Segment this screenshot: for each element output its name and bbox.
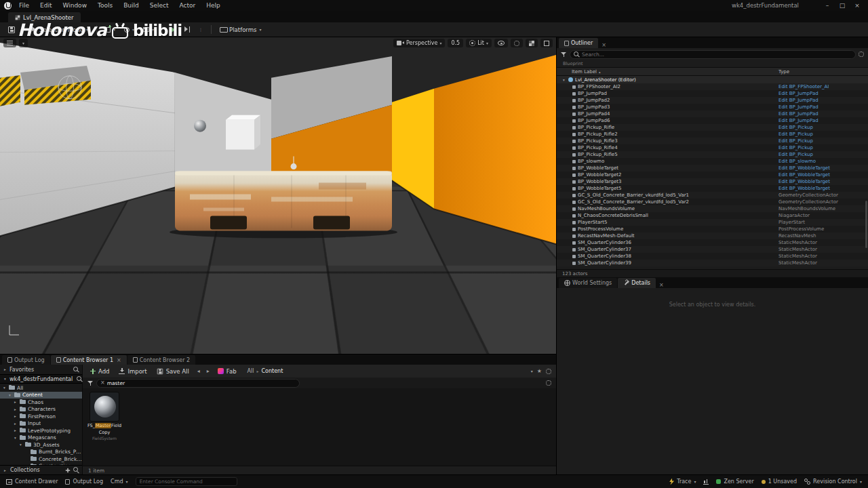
outliner-row[interactable]: SM_QuarterCylinder38 StaticMeshActor: [557, 253, 868, 260]
actor-type[interactable]: GeometryCollectionActor: [778, 192, 868, 198]
actor-type[interactable]: StaticMeshActor: [778, 247, 868, 252]
caret-icon[interactable]: ▾: [13, 436, 18, 440]
favorites-header[interactable]: ▸ Favorites: [0, 365, 82, 374]
outliner-row[interactable]: BP_FPShooter_AI2 Edit BP_FPShooter_AI: [557, 83, 868, 90]
search-icon[interactable]: [77, 376, 83, 382]
actor-type[interactable]: StaticMeshActor: [778, 260, 868, 266]
outliner-row[interactable]: BP_WobbleTarget5 Edit BP_WobbleTarget: [557, 185, 868, 192]
folder-tree-item[interactable]: ▸ Input: [0, 420, 82, 428]
actor-type[interactable]: Edit BP_FPShooter_AI: [778, 84, 868, 89]
outliner-row[interactable]: BP_slowmo Edit BP_slowmo: [557, 158, 868, 165]
grid-snap-button[interactable]: [526, 39, 538, 47]
add-collection-icon[interactable]: [66, 468, 70, 472]
view-settings-icon[interactable]: [546, 380, 551, 386]
play-options-button[interactable]: ⋮: [196, 26, 205, 33]
camera-speed-button[interactable]: 0.5: [448, 39, 463, 47]
clear-search-icon[interactable]: ×: [100, 380, 105, 386]
caret-icon[interactable]: ▾: [18, 443, 23, 447]
type-column[interactable]: Type: [778, 69, 868, 75]
folder-tree-item[interactable]: ▸ Characters: [0, 406, 82, 413]
output-log-button[interactable]: Output Log: [65, 479, 103, 485]
folder-tree-item[interactable]: ▸ Chaos: [0, 399, 82, 406]
layout-dropdown-icon[interactable]: ▾: [531, 369, 533, 373]
editor-modes-dropdown[interactable]: Selection Mode ▾: [29, 25, 91, 35]
import-button[interactable]: Import: [116, 367, 149, 376]
outliner-row[interactable]: SM_QuarterCylinder36 StaticMeshActor: [557, 239, 868, 246]
menu-item[interactable]: File: [14, 2, 34, 9]
outliner-row[interactable]: RecastNavMesh-Default RecastNavMesh: [557, 232, 868, 239]
caret-icon[interactable]: ▸: [13, 407, 18, 411]
dock-tab[interactable]: Content Browser 1 ×: [51, 355, 127, 365]
insights-button[interactable]: [703, 479, 709, 485]
close-icon[interactable]: ×: [115, 357, 121, 363]
actor-type[interactable]: Edit BP_WobbleTarget: [778, 186, 868, 191]
content-drawer-button[interactable]: Content Drawer: [6, 479, 58, 485]
caret-icon[interactable]: ▸: [13, 414, 18, 418]
outliner-row[interactable]: BP_Pickup_Rifle4 Edit BP_Pickup: [557, 144, 868, 151]
forward-button[interactable]: ▸: [205, 368, 211, 374]
add-actor-button[interactable]: ▾: [102, 26, 118, 34]
actor-type[interactable]: Edit BP_Pickup: [778, 145, 868, 150]
outliner-row[interactable]: SM_QuarterCylinder39 StaticMeshActor: [557, 260, 868, 266]
outliner-settings-icon[interactable]: [859, 52, 864, 57]
actor-type[interactable]: Edit BP_slowmo: [778, 159, 868, 164]
caret-icon[interactable]: ▾: [2, 386, 7, 390]
world-settings-tab[interactable]: World Settings: [559, 278, 617, 288]
actor-type[interactable]: StaticMeshActor: [778, 253, 868, 259]
caret-icon[interactable]: ▸: [13, 428, 18, 432]
menu-item[interactable]: Select: [145, 2, 174, 9]
revision-control-button[interactable]: Revision Control▾: [804, 479, 862, 485]
viewport[interactable]: ▾ Perspective▾ 0.5 Lit▾: [0, 37, 556, 354]
caret-icon[interactable]: ▾: [7, 393, 12, 397]
folder-tree-item[interactable]: ▾ Megascans: [0, 434, 82, 442]
asset-search-input[interactable]: [107, 380, 296, 386]
outliner-row[interactable]: GC_S_Old_Concrete_Barrier_vkurdfd_lod5_V…: [557, 199, 868, 205]
menu-item[interactable]: Help: [201, 2, 225, 9]
asset-grid[interactable]: FS_MasterField Copy FieldSystem: [83, 388, 556, 466]
actor-type[interactable]: StaticMeshActor: [778, 240, 868, 245]
details-tab[interactable]: Details: [618, 278, 656, 288]
outliner-row[interactable]: PostProcessVolume PostProcessVolume: [557, 226, 868, 232]
maximize-button[interactable]: □: [835, 2, 849, 9]
actor-type[interactable]: Edit BP_JumpPad: [778, 98, 868, 103]
collections-header[interactable]: ▸ Collections: [0, 465, 82, 474]
outliner-row[interactable]: BP_JumpPad6 Edit BP_JumpPad: [557, 117, 868, 124]
outliner-search-box[interactable]: [570, 50, 856, 59]
outliner-row[interactable]: BP_Pickup_Rifle3 Edit BP_Pickup: [557, 138, 868, 144]
outliner-tab[interactable]: Outliner: [559, 38, 598, 48]
outliner-row[interactable]: NavMeshBoundsVolume NavMeshBoundsVolume: [557, 205, 868, 212]
asset-tile[interactable]: FS_MasterField Copy FieldSystem: [87, 392, 121, 441]
blueprints-button[interactable]: ▾: [121, 26, 137, 34]
viewmode-button[interactable]: ▾: [19, 39, 28, 47]
actor-type[interactable]: NiagaraActor: [778, 213, 868, 218]
actor-type[interactable]: PostProcessVolume: [778, 226, 868, 232]
viewport-settings-button[interactable]: [511, 39, 523, 47]
filter-icon[interactable]: [87, 380, 94, 386]
folder-tree-item[interactable]: ▸ FirstPerson: [0, 413, 82, 420]
save-button[interactable]: [5, 25, 18, 35]
outliner-root-row[interactable]: ▾ Lvl_ArenaShooter (Editor): [557, 76, 868, 83]
menu-item[interactable]: Window: [58, 2, 92, 9]
concrete-barrier-mesh[interactable]: [170, 171, 397, 239]
play-button[interactable]: [168, 26, 178, 34]
outliner-row[interactable]: BP_JumpPad2 Edit BP_JumpPad: [557, 97, 868, 104]
close-button[interactable]: ×: [850, 2, 864, 9]
outliner-row[interactable]: N_ChaosConcreteDebrisSmall NiagaraActor: [557, 212, 868, 219]
favorite-icon[interactable]: ★: [537, 368, 542, 374]
minimize-button[interactable]: –: [821, 2, 834, 9]
outliner-row[interactable]: GC_S_Old_Concrete_Barrier_vkurdfd_lod5_V…: [557, 192, 868, 199]
folder-tree-item[interactable]: ▾ Content: [0, 392, 82, 399]
outliner-row[interactable]: BP_WobbleTarget2 Edit BP_WobbleTarget: [557, 171, 868, 178]
folder-tree-item[interactable]: Burnt_Bricks_Pack_ueu...: [0, 449, 82, 456]
asset-search-box[interactable]: ×: [96, 379, 300, 388]
actor-type[interactable]: Edit BP_WobbleTarget: [778, 172, 868, 178]
breadcrumb-root[interactable]: All: [248, 368, 254, 374]
menu-item[interactable]: Tools: [93, 2, 117, 9]
zen-server-status[interactable]: Zen Server: [716, 479, 753, 485]
dock-tab[interactable]: Content Browser 2 ×: [127, 355, 195, 365]
actor-type[interactable]: Edit BP_Pickup: [778, 125, 868, 130]
level-tab[interactable]: Lvl_ArenaShooter: [8, 12, 81, 22]
actor-type[interactable]: Edit BP_WobbleTarget: [778, 165, 868, 171]
viewport-scene[interactable]: [0, 37, 556, 354]
outliner-row[interactable]: BP_WobbleTarget Edit BP_WobbleTarget: [557, 165, 868, 171]
